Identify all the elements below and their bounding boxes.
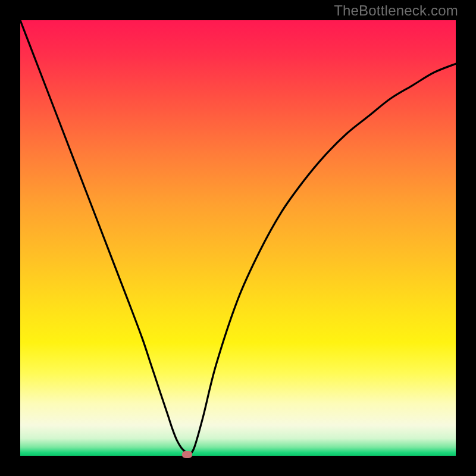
optimal-point-marker	[182, 451, 192, 458]
curve-path	[20, 20, 456, 455]
plot-area	[20, 20, 456, 456]
bottleneck-curve	[20, 20, 456, 456]
watermark-text: TheBottleneck.com	[334, 2, 458, 19]
chart-frame: TheBottleneck.com	[0, 0, 476, 476]
